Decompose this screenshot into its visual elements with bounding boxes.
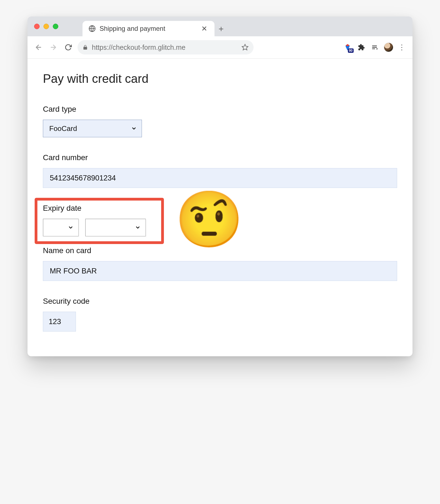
card-number-input[interactable]: 5412345678901234 [43,168,397,188]
card-type-label: Card type [43,105,397,114]
security-code-value: 123 [49,317,61,326]
back-button[interactable] [33,42,44,53]
name-on-card-field: Name on card MR FOO BAR [43,246,397,281]
url-text: https://checkout-form.glitch.me [92,43,185,51]
minimize-window-button[interactable] [43,24,49,29]
lighthouse-score-badge: 90 [348,48,354,53]
page-content: Pay with credit card Card type FooCard C… [28,59,413,356]
tab-title: Shipping and payment [100,25,165,32]
chevron-down-icon [68,225,73,230]
chevron-down-icon [131,126,137,131]
bookmark-star-icon[interactable] [241,44,249,51]
page-title: Pay with credit card [43,72,397,86]
tabstrip: Shipping and payment ✕ ＋ [82,17,228,36]
security-code-input[interactable]: 123 [43,312,76,332]
reload-button[interactable] [63,42,74,53]
globe-icon [89,25,96,32]
toolbar: https://checkout-form.glitch.me 90 ⋮ [28,36,413,59]
name-on-card-value: MR FOO BAR [50,267,97,275]
extensions-icon[interactable] [356,42,366,52]
card-type-select[interactable]: FooCard [43,120,142,137]
profile-avatar[interactable] [384,43,393,52]
security-code-field: Security code 123 [43,297,397,332]
svg-marker-1 [242,44,248,50]
maximize-window-button[interactable] [53,24,58,29]
raised-eyebrow-emoji: 🤨 [175,192,244,247]
card-number-value: 5412345678901234 [50,174,116,182]
chevron-down-icon [135,225,141,230]
name-on-card-input[interactable]: MR FOO BAR [43,261,397,281]
forward-button[interactable] [48,42,59,53]
lock-icon [82,44,88,50]
close-tab-icon[interactable]: ✕ [199,23,210,34]
card-number-field: Card number 5412345678901234 [43,153,397,188]
card-type-field: Card type FooCard [43,105,397,137]
lighthouse-extension-icon[interactable]: 90 [343,42,353,52]
security-code-label: Security code [43,297,397,306]
window-controls [34,24,58,29]
address-bar[interactable]: https://checkout-form.glitch.me [78,40,254,54]
browser-menu-button[interactable]: ⋮ [397,42,407,52]
browser-window: Shipping and payment ✕ ＋ https://checkou… [28,17,413,356]
expiry-year-select[interactable] [85,219,146,236]
card-type-value: FooCard [49,124,77,133]
close-window-button[interactable] [34,24,40,29]
new-tab-button[interactable]: ＋ [215,21,228,36]
card-number-label: Card number [43,153,397,162]
media-controls-icon[interactable] [370,42,380,52]
browser-tab-active[interactable]: Shipping and payment ✕ [82,21,215,36]
titlebar: Shipping and payment ✕ ＋ [28,17,413,36]
expiry-month-select[interactable] [43,219,79,236]
